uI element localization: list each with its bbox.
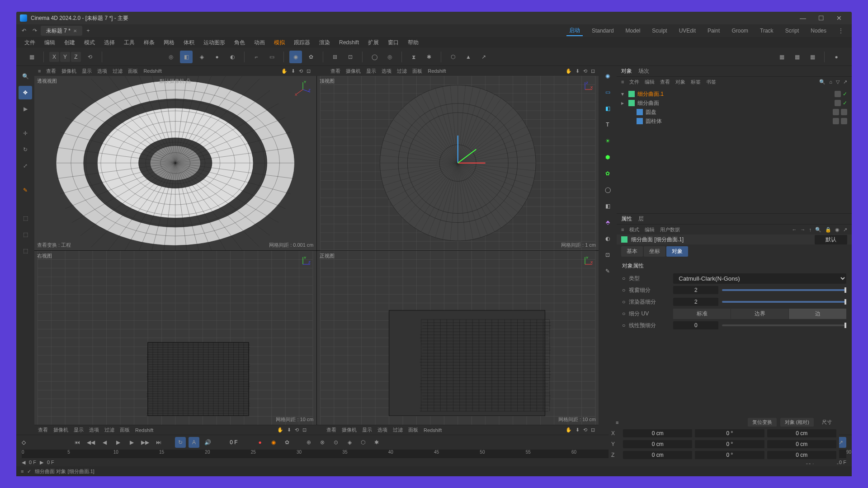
palette-node-icon[interactable]: ⊡ [601,249,614,261]
layout-sculpt[interactable]: Sculpt [649,27,670,35]
toggle-icon[interactable]: ⊡ [307,68,311,74]
subtab-object[interactable]: 对象 [666,246,688,257]
menu-tracker[interactable]: 跟踪器 [290,38,314,47]
point-mode-icon[interactable]: ⬚ [19,211,32,225]
pos-z-input[interactable]: 0 cm [623,451,692,459]
new-tab-button[interactable]: + [83,26,93,36]
subtab-coord[interactable]: 坐标 [644,246,665,257]
target-icon[interactable]: ◎ [383,51,396,63]
layout-paint[interactable]: Paint [705,27,722,35]
sphere-icon[interactable]: ● [211,51,223,63]
rot-z-input[interactable]: 0 ° [695,451,764,459]
rotate-icon[interactable]: ↻ [19,143,32,156]
size-y-input[interactable]: 0 cm [767,440,836,448]
range-right-icon[interactable]: ▶ [40,460,43,465]
redo-button[interactable]: ↷ [30,26,40,36]
expand-icon[interactable]: ▸ [621,100,626,106]
cursor-icon[interactable]: ◎ [165,51,177,63]
poly-mode-icon[interactable]: ⬚ [19,244,32,258]
search-icon[interactable]: 🔍 [19,70,32,83]
palette-effector-icon[interactable]: ✿ [601,167,614,180]
orbit-icon[interactable]: ⟲ [299,68,303,74]
nav-icon[interactable]: ✋ [566,427,572,433]
prev-key-icon[interactable]: ◀◀ [85,437,96,448]
popup-icon[interactable]: ↗ [843,227,847,233]
pos-x-input[interactable]: 0 cm [623,429,692,437]
menu-file[interactable]: 文件 [21,38,39,47]
close-icon[interactable]: ✕ [73,28,77,33]
om-view[interactable]: 查看 [660,79,670,85]
vm4-panel[interactable]: 面板 [408,427,418,433]
preset-dropdown[interactable]: 默认 [815,235,847,244]
iso-slider[interactable] [722,324,846,326]
vm-display[interactable]: 显示 [82,68,92,75]
nav-icon[interactable]: ✋ [277,427,283,433]
material-icon[interactable]: ● [830,51,843,63]
plane-icon[interactable]: ◐ [226,51,239,63]
viewport-perspective[interactable]: 透视视图 默认摄像机 凸 查看变换 : 工程 网格间距 : 0.001 cm Y… [34,76,316,250]
menu-edit[interactable]: 编辑 [41,38,59,47]
snap-icon[interactable]: ⊡ [344,51,357,63]
gear-icon[interactable]: ✿ [305,51,317,63]
history-icon[interactable]: ▦ [25,51,38,63]
vm3-filter[interactable]: 过滤 [104,427,114,433]
document-tab[interactable]: 未标题 7 * ✕ [41,26,82,36]
next-key-icon[interactable]: ▶▶ [140,437,151,448]
menu-redshift[interactable]: Redshift [335,38,363,47]
edge-mode-icon[interactable]: ⬚ [19,228,32,241]
filter-icon[interactable]: ▽ [836,79,840,85]
reset-transform-button[interactable]: 复位变换 [748,418,777,427]
axis-gizmo-icon[interactable]: YZ [294,255,312,273]
circle-icon[interactable]: ◯ [368,51,381,63]
menu-animate[interactable]: 动画 [250,38,269,47]
om-tags[interactable]: 标签 [691,79,701,85]
obj-name[interactable]: 细分曲面 [637,99,659,107]
iso-input[interactable]: 0 [673,321,718,329]
subtab-basic[interactable]: 基本 [621,246,643,257]
layout-standard[interactable]: Standard [589,27,617,35]
vm4-filter[interactable]: 过滤 [393,427,403,433]
coord-mode-dropdown[interactable]: 对象 (相对) [780,418,814,427]
popup-icon[interactable]: ↗ [843,79,847,85]
palette-cloner-icon[interactable]: ⬢ [601,151,614,164]
close-button[interactable]: ✕ [830,14,848,23]
hamburger-icon[interactable]: ≡ [621,227,624,232]
brush-icon[interactable]: ✎ [19,183,32,197]
layout-nodes[interactable]: Nodes [808,27,829,35]
scale-key-icon[interactable]: ⊙ [330,437,341,448]
axis-gizmo-icon[interactable]: YX [576,255,594,273]
vm-options[interactable]: 选项 [97,68,107,75]
rot-y-input[interactable]: 0 ° [695,440,764,448]
seg-standard[interactable]: 标准 [673,309,731,319]
type-dropdown[interactable]: Catmull-Clark(N-Gons) [673,273,846,284]
search-icon[interactable]: 🔍 [819,79,826,85]
layout-track[interactable]: Track [757,27,776,35]
vm4-view[interactable]: 查看 [326,427,336,433]
render-subdiv-slider[interactable] [722,301,846,303]
grid-icon[interactable]: ⊞ [329,51,341,63]
editor-subdiv-input[interactable]: 2 [673,286,718,294]
pos-y-input[interactable]: 0 cm [623,440,692,448]
pos-key-icon[interactable]: ⊕ [303,437,314,448]
vis-icon[interactable] [835,100,841,106]
select-tool-icon[interactable]: ▶ [19,102,32,116]
axis-z[interactable]: Z [71,52,81,62]
anim-dot-icon[interactable]: ○ [622,287,625,293]
start-frame[interactable]: 0 F [29,460,36,465]
nav-icon[interactable]: ⊡ [302,427,307,433]
vm2-filter[interactable]: 过滤 [397,68,407,75]
menu-volume[interactable]: 体积 [180,38,198,47]
scale-icon[interactable]: ⤢ [19,159,32,173]
menu-extensions[interactable]: 扩展 [364,38,382,47]
mirror-icon[interactable]: ⧗ [407,51,420,63]
obj-name[interactable]: 圆盘 [646,108,656,116]
vm3-display[interactable]: 显示 [74,427,84,433]
anim-dot-icon[interactable]: ○ [622,299,625,305]
pin-icon[interactable]: ◉ [835,227,840,233]
palette-field-icon[interactable]: ◯ [601,183,614,196]
seg-boundary[interactable]: 边界 [731,309,788,319]
render-view-icon[interactable]: ▦ [775,51,788,63]
tag-icon[interactable] [841,118,847,124]
coord-system-icon[interactable]: ⟲ [84,51,96,63]
vm4-options[interactable]: 选项 [377,427,387,433]
